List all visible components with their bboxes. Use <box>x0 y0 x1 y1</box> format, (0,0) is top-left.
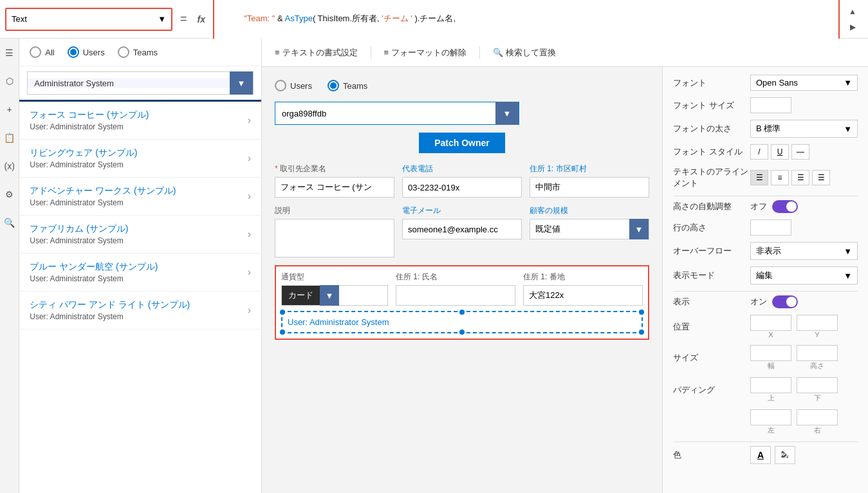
prop-pad-bottom-input[interactable]: 5 <box>797 377 838 393</box>
field-city: 住所 1: 市区町村 <box>530 163 649 198</box>
field-phone-input[interactable] <box>402 177 522 198</box>
prop-textalign-left[interactable]: ☰ <box>750 170 768 185</box>
prop-toggle-knob <box>786 201 797 212</box>
left-dropdown-btn[interactable]: ▼ <box>230 71 253 95</box>
selected-text-box[interactable]: User: Administrator System <box>281 311 643 333</box>
list-item-sub: User: Administrator System <box>30 274 247 283</box>
list-item[interactable]: ファブリカム (サンプル) User: Administrator System… <box>19 216 261 254</box>
prop-width-wrap: 514 幅 <box>750 345 791 371</box>
field-desc: 説明 <box>275 205 394 257</box>
prop-size-label: サイズ <box>673 352 750 364</box>
form-radio-users-circle[interactable] <box>275 80 286 91</box>
prop-pad-top-input[interactable]: 5 <box>750 377 791 393</box>
prop-fontweight-value: B 標準 <box>756 123 780 135</box>
form-radio-users[interactable]: Users <box>275 80 312 91</box>
list-item[interactable]: アドベンチャー ワークス (サンプル) User: Administrator … <box>19 178 261 216</box>
props-panel: フォント Open Sans ▼ フォント サイズ 13 フォントの太さ B 標… <box>662 67 868 493</box>
field-desc-area[interactable] <box>275 219 394 257</box>
prop-autoheight-toggle[interactable] <box>772 200 798 213</box>
prop-padding-tb-pair: 5 上 5 下 <box>750 377 838 403</box>
prop-fontstyle-strike[interactable]: — <box>791 144 809 160</box>
filter-teams-radio[interactable] <box>118 46 129 58</box>
prop-textalign-justify[interactable]: ☰ <box>812 170 830 185</box>
nav-down-arrow[interactable]: ▶ <box>845 21 860 33</box>
field-address-name-input[interactable] <box>396 285 515 306</box>
prop-fontstyle-btns: / U — <box>750 144 809 160</box>
field-address-number-input[interactable] <box>523 285 643 306</box>
sidebar-icon-search[interactable]: 🔍 <box>1 214 19 232</box>
field-currency-input[interactable]: カード ▼ <box>281 285 388 306</box>
handle-bc <box>459 330 465 335</box>
filter-teams[interactable]: Teams <box>118 46 158 58</box>
prop-pad-right-input[interactable]: 5 <box>797 409 838 425</box>
field-company-input[interactable] <box>275 177 394 198</box>
list-item-content: ファブリカム (サンプル) User: Administrator System <box>30 223 247 245</box>
nav-up-arrow[interactable]: ▲ <box>845 5 860 18</box>
list-item[interactable]: シティ パワー アンド ライト (サンプル) User: Administrat… <box>19 292 261 330</box>
prop-size-pair: 514 幅 52 高さ <box>750 345 838 371</box>
prop-lineheight-input[interactable]: 1.2 <box>750 219 791 236</box>
prop-fontsize-input[interactable]: 13 <box>750 97 791 113</box>
prop-textalign-center[interactable]: ≡ <box>771 170 789 185</box>
form-dropdown[interactable]: orga898ffdb ▼ <box>275 102 519 125</box>
sidebar-icon-layers[interactable]: ⬡ <box>1 72 19 90</box>
filter-users[interactable]: Users <box>68 46 105 58</box>
form-dropdown-btn[interactable]: ▼ <box>495 102 519 125</box>
prop-displaymode-select[interactable]: 編集 ▼ <box>750 266 858 284</box>
prop-font-label: フォント <box>673 77 750 89</box>
prop-fontstyle-underline[interactable]: U <box>771 144 789 160</box>
sidebar-icon-add[interactable]: + <box>1 100 19 118</box>
prop-overflow-select[interactable]: 非表示 ▼ <box>750 242 858 260</box>
toolbar-divider <box>479 46 480 59</box>
sidebar-icon-menu[interactable]: ☰ <box>1 44 19 62</box>
prop-fontweight-select[interactable]: B 標準 ▼ <box>750 120 858 138</box>
form-radio-users-label: Users <box>290 81 312 91</box>
sidebar-icon-variable[interactable]: (x) <box>1 157 19 175</box>
prop-font-select[interactable]: Open Sans ▼ <box>750 75 858 91</box>
list-item-content: リビングウェア (サンプル) User: Administrator Syste… <box>30 147 247 169</box>
filter-all-radio[interactable] <box>30 46 41 58</box>
field-email-label: 電子メール <box>402 205 522 216</box>
sidebar-icon-tools[interactable]: ⚙ <box>1 185 19 203</box>
type-select-arrow: ▼ <box>158 14 166 24</box>
field-city-input[interactable] <box>530 177 649 198</box>
prop-pad-left-wrap: 5 左 <box>750 409 791 435</box>
form-radio-teams[interactable]: Teams <box>328 80 367 91</box>
prop-visible-toggle[interactable] <box>772 295 798 308</box>
currency-dropdown-btn[interactable]: ▼ <box>320 285 339 306</box>
formula-bar: Text ▼ = fx If( IsType( ThisItem.所有者, 'チ… <box>0 0 868 39</box>
prop-color-bg-swatch[interactable] <box>775 446 795 464</box>
prop-pad-top-label: 上 <box>768 393 775 403</box>
type-select[interactable]: Text ▼ <box>5 8 172 31</box>
field-email-input[interactable] <box>402 219 522 239</box>
sidebar-icon-insert[interactable]: 📋 <box>1 129 19 147</box>
prop-height-input[interactable]: 52 <box>797 345 838 361</box>
clear-format-btn[interactable]: ≡ フォーマットの解除 <box>379 44 472 61</box>
prop-pad-right-label: 右 <box>814 425 821 435</box>
patch-owner-button[interactable]: Patch Owner <box>419 133 505 153</box>
list-item[interactable]: フォース コーヒー (サンプル) User: Administrator Sys… <box>19 102 261 140</box>
filter-all[interactable]: All <box>30 46 54 58</box>
prop-autoheight-label: 高さの自動調整 <box>673 201 750 212</box>
find-replace-btn[interactable]: 🔍 検索して置換 <box>488 44 561 61</box>
prop-pad-left-input[interactable]: 5 <box>750 409 791 425</box>
list-item[interactable]: ブルー ヤンダー航空 (サンプル) User: Administrator Sy… <box>19 254 261 292</box>
field-address-number-label: 住所 1: 番地 <box>523 272 643 283</box>
prop-fontstyle-italic[interactable]: / <box>750 144 768 160</box>
prop-pos-x-input[interactable]: 36 <box>750 315 791 331</box>
prop-pos-y-input[interactable]: 27 <box>797 315 838 331</box>
prop-width-input[interactable]: 514 <box>750 345 791 361</box>
filter-users-radio[interactable] <box>68 46 79 58</box>
filter-teams-label: Teams <box>133 48 158 57</box>
text-format-btn[interactable]: ≡ テキストの書式設定 <box>270 44 363 61</box>
prop-pad-right-wrap: 5 右 <box>797 409 838 435</box>
form-radio-teams-circle[interactable] <box>328 80 339 91</box>
field-size-dropdown[interactable]: 既定値 ▼ <box>530 219 649 239</box>
list-item[interactable]: リビングウェア (サンプル) User: Administrator Syste… <box>19 140 261 178</box>
list-item-sub: User: Administrator System <box>30 236 247 245</box>
left-dropdown[interactable]: Administrator System ▼ <box>27 71 254 95</box>
field-size-arrow[interactable]: ▼ <box>629 219 649 239</box>
prop-color-text-swatch[interactable]: A <box>750 446 771 464</box>
text-format-icon: ≡ <box>275 48 280 57</box>
prop-textalign-right[interactable]: ☰ <box>791 170 809 185</box>
